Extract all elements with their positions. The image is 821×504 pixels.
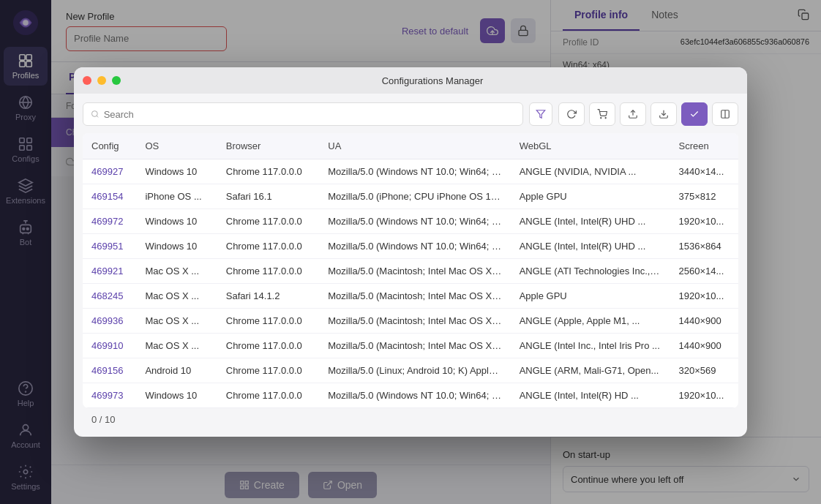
close-button[interactable] <box>83 76 91 85</box>
table-row[interactable]: 469921 Mac OS X ... Chrome 117.0.0.0 Moz… <box>83 259 738 284</box>
refresh-button[interactable] <box>558 102 585 126</box>
modal-body: Config OS Browser UA WebGL Screen 469927… <box>74 94 747 437</box>
col-os: OS <box>136 133 217 159</box>
table-row[interactable]: 469972 Windows 10 Chrome 117.0.0.0 Mozil… <box>83 209 738 234</box>
modal-search-icon <box>91 110 100 119</box>
svg-point-36 <box>601 118 601 119</box>
modal-search-bar <box>83 102 523 126</box>
table-row[interactable]: 468245 Mac OS X ... Safari 14.1.2 Mozill… <box>83 284 738 309</box>
table-row[interactable]: 469973 Windows 10 Chrome 117.0.0.0 Mozil… <box>83 383 738 408</box>
svg-point-34 <box>91 111 97 117</box>
table-row[interactable]: 469154 iPhone OS ... Safari 16.1 Mozilla… <box>83 184 738 209</box>
modal-overlay: Configurations Manager <box>0 0 821 504</box>
cart-button[interactable] <box>589 102 615 126</box>
modal-filter-button[interactable] <box>529 102 552 126</box>
download-button[interactable] <box>651 102 677 126</box>
modal-toolbar <box>83 102 738 126</box>
table-row[interactable]: 469910 Mac OS X ... Chrome 117.0.0.0 Moz… <box>83 334 738 358</box>
svg-point-37 <box>605 118 606 119</box>
col-ua: UA <box>319 133 510 159</box>
table-row[interactable]: 469951 Windows 10 Chrome 117.0.0.0 Mozil… <box>83 234 738 259</box>
modal-search-input[interactable] <box>104 109 515 120</box>
col-browser: Browser <box>217 133 320 159</box>
upload-button[interactable] <box>620 102 646 126</box>
modal-action-buttons <box>558 102 738 126</box>
col-config: Config <box>83 133 136 159</box>
table-row[interactable]: 469156 Android 10 Chrome 117.0.0.0 Mozil… <box>83 358 738 383</box>
columns-button[interactable] <box>712 102 738 126</box>
svg-marker-35 <box>536 110 545 119</box>
table-row[interactable]: 469927 Windows 10 Chrome 117.0.0.0 Mozil… <box>83 159 738 184</box>
modal-titlebar: Configurations Manager <box>74 67 747 94</box>
config-table: Config OS Browser UA WebGL Screen 469927… <box>83 133 738 408</box>
maximize-button[interactable] <box>112 76 121 85</box>
configurations-manager-modal: Configurations Manager <box>74 67 747 437</box>
modal-title: Configurations Manager <box>127 75 738 86</box>
minimize-button[interactable] <box>97 76 106 85</box>
col-webgl: WebGL <box>511 133 670 159</box>
modal-footer: 0 / 10 <box>83 408 738 428</box>
table-row[interactable]: 469936 Mac OS X ... Chrome 117.0.0.0 Moz… <box>83 309 738 334</box>
col-screen: Screen <box>670 133 738 159</box>
pagination-label: 0 / 10 <box>91 414 116 425</box>
select-all-button[interactable] <box>681 102 708 126</box>
